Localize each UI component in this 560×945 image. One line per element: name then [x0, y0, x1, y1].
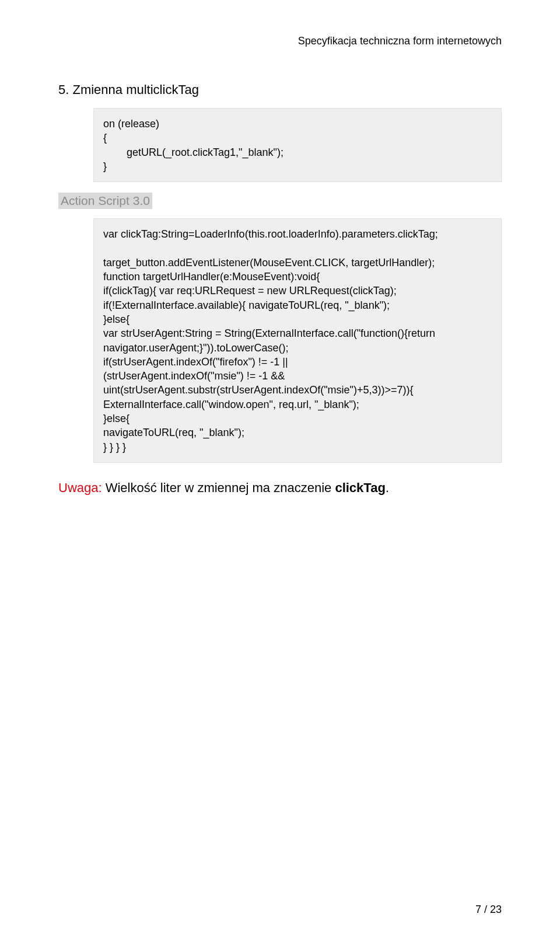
code-block-as2: on (release) { getURL(_root.clickTag1,"_… — [93, 108, 502, 182]
running-header: Specyfikacja techniczna form internetowy… — [58, 35, 502, 47]
note-bold: clickTag — [335, 480, 385, 495]
note-uwaga: Uwaga: — [58, 480, 102, 495]
note-text: Wielkość liter w zmiennej ma znaczenie — [102, 480, 335, 495]
note-line: Uwaga: Wielkość liter w zmiennej ma znac… — [58, 479, 502, 497]
label-actionscript3: Action Script 3.0 — [58, 193, 152, 209]
note-tail: . — [386, 480, 389, 495]
section-heading: 5. Zmienna multiclickTag — [58, 82, 502, 97]
page-number: 7 / 23 — [475, 904, 502, 916]
page: Specyfikacja techniczna form internetowy… — [0, 0, 560, 945]
code-block-as3: var clickTag:String=LoaderInfo(this.root… — [93, 218, 502, 463]
